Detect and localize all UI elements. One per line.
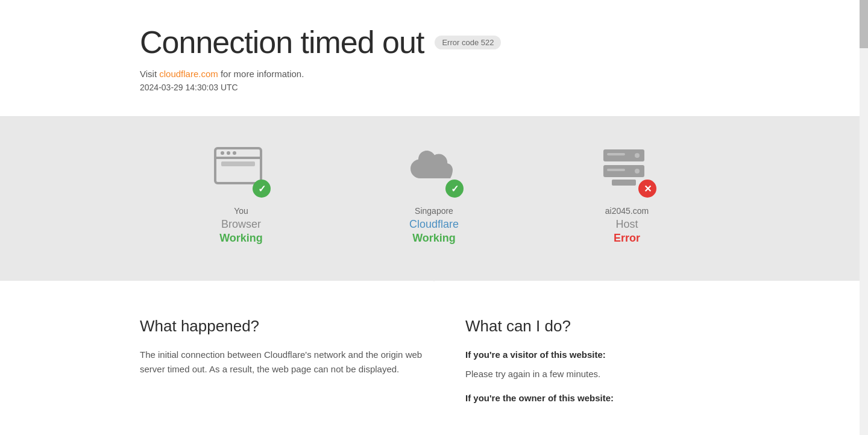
browser-name: Browser xyxy=(221,218,261,231)
visitor-label: If you're a visitor of this website: xyxy=(465,348,755,362)
scrollbar-thumb[interactable] xyxy=(860,0,868,48)
what-happened-body: The initial connection between Cloudflar… xyxy=(140,348,429,377)
svg-rect-5 xyxy=(221,161,255,166)
status-item-cloudflare: ✓ Singapore Cloudflare Working xyxy=(338,147,530,245)
visitor-body: Please try again in a few minutes. xyxy=(465,367,755,381)
svg-point-3 xyxy=(227,151,230,155)
cloudflare-status: Working xyxy=(412,232,456,245)
browser-location: You xyxy=(234,206,248,216)
info-section: What happened? The initial connection be… xyxy=(0,281,868,435)
what-can-i-do-heading: What can I do? xyxy=(465,317,755,336)
status-section: ✓ You Browser Working ✓ Singapore Cloudf… xyxy=(0,117,868,281)
timestamp: 2024-03-29 14:30:03 UTC xyxy=(140,83,868,92)
status-item-host: ✕ ai2045.com Host Error xyxy=(530,147,723,245)
host-status: Error xyxy=(614,232,640,245)
cloudflare-name: Cloudflare xyxy=(409,218,459,231)
what-can-i-do-col: What can I do? If you're a visitor of th… xyxy=(465,317,755,410)
cloudflare-location: Singapore xyxy=(415,206,453,216)
title-row: Connection timed out Error code 522 xyxy=(140,24,868,60)
host-status-badge: ✕ xyxy=(638,180,656,198)
cloud-icon-wrapper: ✓ xyxy=(407,147,461,195)
svg-point-2 xyxy=(221,151,224,155)
svg-rect-10 xyxy=(607,153,625,155)
what-happened-col: What happened? The initial connection be… xyxy=(140,317,429,410)
page-title: Connection timed out xyxy=(140,24,424,60)
browser-status-badge: ✓ xyxy=(253,180,271,198)
error-badge: Error code 522 xyxy=(435,36,501,49)
visit-suffix: for more information. xyxy=(218,69,304,79)
header-section: Connection timed out Error code 522 Visi… xyxy=(0,0,868,117)
visit-prefix: Visit xyxy=(140,69,159,79)
svg-point-4 xyxy=(233,151,236,155)
svg-point-9 xyxy=(635,169,640,174)
svg-rect-11 xyxy=(607,169,625,171)
host-name: Host xyxy=(615,218,638,231)
host-location: ai2045.com xyxy=(605,206,649,216)
cloudflare-status-badge: ✓ xyxy=(445,180,464,198)
owner-label: If you're the owner of this website: xyxy=(465,391,755,405)
visit-line: Visit cloudflare.com for more informatio… xyxy=(140,69,868,79)
browser-status: Working xyxy=(219,232,263,245)
browser-icon-wrapper: ✓ xyxy=(214,147,268,195)
scrollbar-track[interactable] xyxy=(860,0,868,435)
status-item-browser: ✓ You Browser Working xyxy=(145,147,338,245)
svg-rect-12 xyxy=(612,180,636,186)
server-icon-wrapper: ✕ xyxy=(600,147,654,195)
cloudflare-link[interactable]: cloudflare.com xyxy=(159,69,218,79)
svg-point-8 xyxy=(635,153,640,158)
what-happened-heading: What happened? xyxy=(140,317,429,336)
